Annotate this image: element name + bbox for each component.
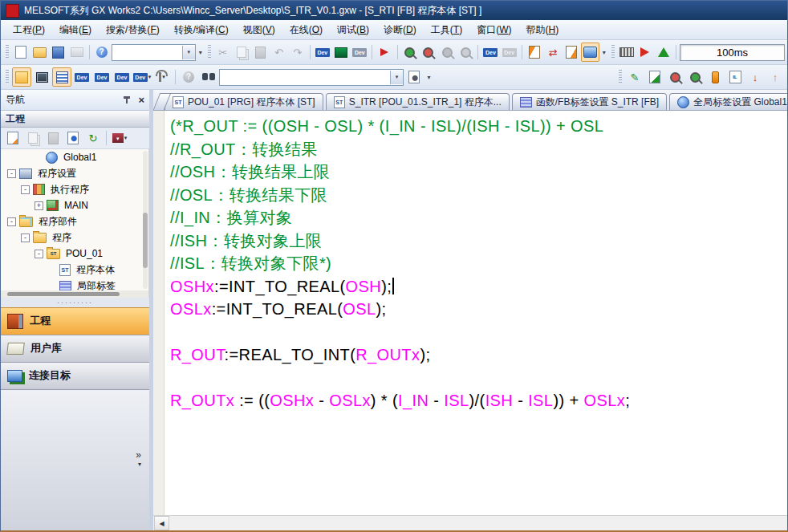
collapse-icon[interactable]: - bbox=[21, 185, 30, 194]
menu-item-b[interactable]: 调试(B) bbox=[330, 21, 376, 39]
refresh-view-icon[interactable]: ↻ bbox=[83, 128, 103, 148]
device-find-icon[interactable]: Dev bbox=[72, 67, 91, 87]
sampling-trace-icon[interactable] bbox=[618, 43, 636, 62]
tree-item[interactable]: -程序 bbox=[1, 229, 148, 246]
menu-item-o[interactable]: 在线(O) bbox=[282, 21, 330, 39]
view-button-user-library[interactable]: 用户库 bbox=[1, 335, 149, 362]
open-project-icon[interactable] bbox=[30, 43, 48, 62]
device-batch-find-icon[interactable]: Dev bbox=[351, 43, 368, 62]
tree-item[interactable]: Global1 bbox=[1, 149, 148, 165]
new-project-icon[interactable] bbox=[12, 43, 30, 62]
close-icon[interactable]: × bbox=[138, 95, 144, 105]
undo-icon[interactable]: ↶ bbox=[270, 43, 287, 62]
redo-icon[interactable]: ↷ bbox=[289, 43, 307, 62]
expand-buttons-icon[interactable]: » bbox=[136, 451, 141, 460]
collapse-icon[interactable]: - bbox=[7, 169, 16, 178]
simulation-stop-icon[interactable] bbox=[655, 43, 672, 62]
panel-splitter-handle[interactable]: ········· bbox=[1, 298, 149, 307]
tree-horizontal-scrollbar[interactable] bbox=[1, 290, 149, 298]
menu-item-h[interactable]: 帮助(H) bbox=[518, 21, 566, 39]
device-table-icon[interactable]: Dev bbox=[92, 67, 112, 87]
st-code-editor[interactable]: (*R_OUT := ((OSH - OSL) * (I_IN - ISL)/(… bbox=[153, 111, 787, 515]
menu-item-v[interactable]: 视图(V) bbox=[236, 21, 282, 39]
collapse-icon[interactable]: - bbox=[35, 250, 43, 258]
jump-prev-icon[interactable]: ↑ bbox=[766, 67, 785, 87]
menu-item-w[interactable]: 窗口(W) bbox=[469, 21, 518, 39]
menu-item-f[interactable]: 搜索/替换(F) bbox=[99, 21, 167, 39]
simulation-start-icon[interactable] bbox=[636, 43, 654, 62]
quick-access-combo[interactable]: ▾ bbox=[112, 44, 196, 61]
remote-operation-icon[interactable] bbox=[457, 43, 474, 62]
expand-icon[interactable]: + bbox=[35, 201, 43, 210]
paste-icon[interactable] bbox=[251, 43, 269, 62]
transfer-setup-icon[interactable] bbox=[376, 43, 393, 62]
find-in-document-icon[interactable] bbox=[404, 67, 424, 87]
device-display-icon[interactable]: Dev▾ bbox=[132, 67, 152, 87]
toolbar-grip[interactable] bbox=[619, 70, 622, 84]
menu-item-t[interactable]: 工具(T) bbox=[424, 21, 469, 39]
toolbar-grip[interactable] bbox=[208, 45, 211, 59]
find-icon[interactable] bbox=[199, 67, 218, 87]
toolbar-overflow-icon[interactable]: ▾ bbox=[600, 43, 608, 61]
collapse-icon[interactable]: - bbox=[7, 217, 16, 226]
monitor-mode-icon[interactable] bbox=[581, 43, 599, 62]
copy-icon[interactable] bbox=[233, 43, 250, 62]
menu-item-p[interactable]: 工程(P) bbox=[6, 21, 52, 39]
menu-item-d[interactable]: 诊断(D) bbox=[376, 21, 424, 39]
device-memory-icon[interactable]: Dev bbox=[481, 43, 499, 62]
paste-data-icon[interactable] bbox=[43, 128, 63, 148]
corner-menu-icon[interactable]: ▾ bbox=[138, 460, 141, 469]
save-project-icon[interactable] bbox=[49, 43, 67, 62]
convert-all-icon[interactable] bbox=[645, 67, 664, 87]
tab-1[interactable]: STPOU_01 [PRG] 程序本体 [ST] bbox=[165, 93, 323, 110]
toolbar-overflow-icon[interactable]: ▾ bbox=[424, 68, 433, 86]
editor-horizontal-scrollbar[interactable]: ◀ bbox=[153, 515, 787, 530]
read-plc-icon[interactable] bbox=[401, 43, 419, 62]
scroll-left-icon[interactable]: ◀ bbox=[154, 516, 169, 530]
view-button-project-view[interactable]: 工程 bbox=[1, 307, 149, 335]
tree-item[interactable]: -STPOU_01 bbox=[1, 246, 148, 262]
menu-item-e[interactable]: 编辑(E) bbox=[52, 21, 99, 39]
tree-item[interactable]: -执行程序 bbox=[1, 181, 148, 197]
tab-4[interactable]: 全局标签设置 Global1 bbox=[669, 93, 787, 110]
write-plc-icon[interactable] bbox=[420, 43, 437, 62]
copy-data-icon[interactable] bbox=[23, 128, 43, 148]
find-combo[interactable]: ▾ bbox=[219, 69, 404, 86]
collapse-icon[interactable]: - bbox=[21, 234, 30, 242]
property-icon[interactable] bbox=[63, 128, 83, 148]
menu-item-c[interactable]: 转换/编译(C) bbox=[167, 21, 236, 39]
sort-icon[interactable]: ▾▾ bbox=[110, 128, 129, 148]
device-batch-icon[interactable]: Dev bbox=[112, 67, 132, 87]
parameter-icon[interactable] bbox=[705, 67, 725, 87]
module-config-icon[interactable] bbox=[32, 67, 51, 87]
tree-item[interactable]: ST程序本体 bbox=[1, 262, 148, 278]
navigation-window-icon[interactable] bbox=[12, 67, 31, 87]
device-comment-find-icon[interactable]: Dev bbox=[314, 43, 331, 62]
device-initial-icon[interactable]: Dev bbox=[501, 43, 518, 62]
tree-item[interactable]: +MAIN bbox=[1, 197, 148, 213]
tree-item[interactable]: 局部标签 bbox=[1, 278, 148, 290]
toolbar-grip[interactable] bbox=[6, 45, 9, 59]
new-data-icon[interactable] bbox=[3, 128, 22, 148]
tree-item[interactable]: -程序部件 bbox=[1, 213, 148, 229]
tree-item[interactable]: -程序设置 bbox=[1, 165, 148, 181]
device-monitor-find-icon[interactable] bbox=[332, 43, 350, 62]
watch-register-icon[interactable] bbox=[563, 43, 580, 62]
help-icon[interactable]: ? bbox=[93, 43, 111, 62]
toolbar-overflow-icon[interactable]: ▾ bbox=[197, 43, 205, 61]
program-check-icon[interactable] bbox=[665, 67, 684, 87]
tab-2[interactable]: STS_ITR [POU_01.S_ITR_1] 程序本... bbox=[326, 93, 510, 110]
verify-plc-icon[interactable] bbox=[438, 43, 456, 62]
jump-next-icon[interactable]: ↓ bbox=[745, 67, 765, 87]
view-button-connection-target[interactable]: 连接目标 bbox=[1, 362, 149, 389]
quick-access-combo-arrow-icon[interactable]: ▾ bbox=[182, 46, 195, 59]
tab-3[interactable]: 函数/FB标签设置 S_ITR [FB] bbox=[512, 93, 667, 110]
pin-icon[interactable] bbox=[123, 95, 132, 105]
convert-icon[interactable]: ✎ bbox=[625, 67, 644, 87]
cross-reference-icon[interactable]: ▾ bbox=[152, 67, 172, 87]
il-display-icon[interactable]: IL bbox=[725, 67, 745, 87]
print-icon[interactable] bbox=[67, 43, 85, 62]
program-check-green-icon[interactable] bbox=[685, 67, 705, 87]
watch-stop-icon[interactable]: ⇄ bbox=[544, 43, 562, 62]
function-list-icon[interactable] bbox=[52, 67, 71, 87]
